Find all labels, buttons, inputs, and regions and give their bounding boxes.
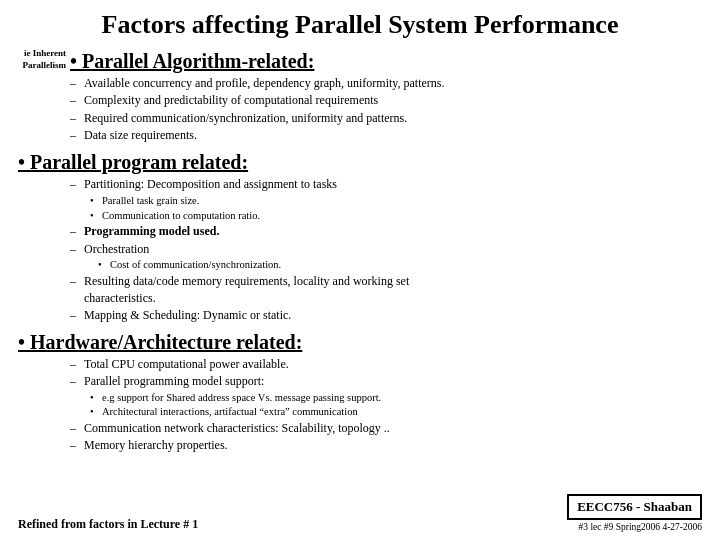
hw-item-4: – Memory hierarchy properties. (70, 437, 702, 454)
alg-item-1: – Available concurrency and profile, dep… (70, 75, 702, 92)
footer-badge: EECC756 - Shaaban (567, 494, 702, 520)
alg-item-2: – Complexity and predictability of compu… (70, 92, 702, 109)
footer-left-text: Refined from factors in Lecture # 1 (18, 517, 198, 532)
section-hardware: • Hardware/Architecture related: – Total… (18, 327, 702, 455)
alg-item-4: – Data size requirements. (70, 127, 702, 144)
section-algorithm: ie InherentParallelism • Parallel Algori… (18, 46, 702, 145)
footer-right: EECC756 - Shaaban #3 lec #9 Spring2006 4… (567, 494, 702, 532)
slide: Factors affecting Parallel System Perfor… (0, 0, 720, 540)
prog-item-5: – Mapping & Scheduling: Dynamic or stati… (70, 307, 702, 324)
prog-item-4: – Resulting data/code memory requirement… (70, 273, 702, 308)
alg-item-3: – Required communication/synchronization… (70, 110, 702, 127)
prog-sub-2: • Communication to computation ratio. (90, 209, 702, 224)
dash-4: – (70, 127, 84, 144)
main-content: ie InherentParallelism • Parallel Algori… (18, 46, 702, 490)
prog-item-2: – Programming model used. (70, 223, 702, 240)
hw-item-1: – Total CPU computational power availabl… (70, 356, 702, 373)
dash-1: – (70, 75, 84, 92)
algorithm-header: • Parallel Algorithm-related: (70, 50, 702, 73)
hw-sub-2: • Architectural interactions, artifactua… (90, 405, 702, 420)
hw-item-2: – Parallel programming model support: (70, 373, 702, 390)
hw-item-3: – Communication network characteristics:… (70, 420, 702, 437)
slide-title: Factors affecting Parallel System Perfor… (18, 10, 702, 40)
section-program: • Parallel program related: – Partitioni… (18, 147, 702, 324)
ie-label: ie InherentParallelism (18, 46, 70, 72)
prog-item-1: – Partitioning: Decomposition and assign… (70, 176, 702, 193)
hw-sub-1: • e.g support for Shared address space V… (90, 391, 702, 406)
algorithm-list: • Parallel Algorithm-related: – Availabl… (70, 46, 702, 145)
hardware-header: • Hardware/Architecture related: (18, 331, 702, 354)
dash-3: – (70, 110, 84, 127)
prog-item-3: – Orchestration (70, 241, 702, 258)
footer-page-info: #3 lec #9 Spring2006 4-27-2006 (579, 522, 703, 532)
orch-sub-1: • Cost of communication/synchronization. (98, 258, 702, 273)
prog-sub-1: • Parallel task grain size. (90, 194, 702, 209)
program-header: • Parallel program related: (18, 151, 702, 174)
dash-2: – (70, 92, 84, 109)
footer: Refined from factors in Lecture # 1 EECC… (18, 494, 702, 532)
